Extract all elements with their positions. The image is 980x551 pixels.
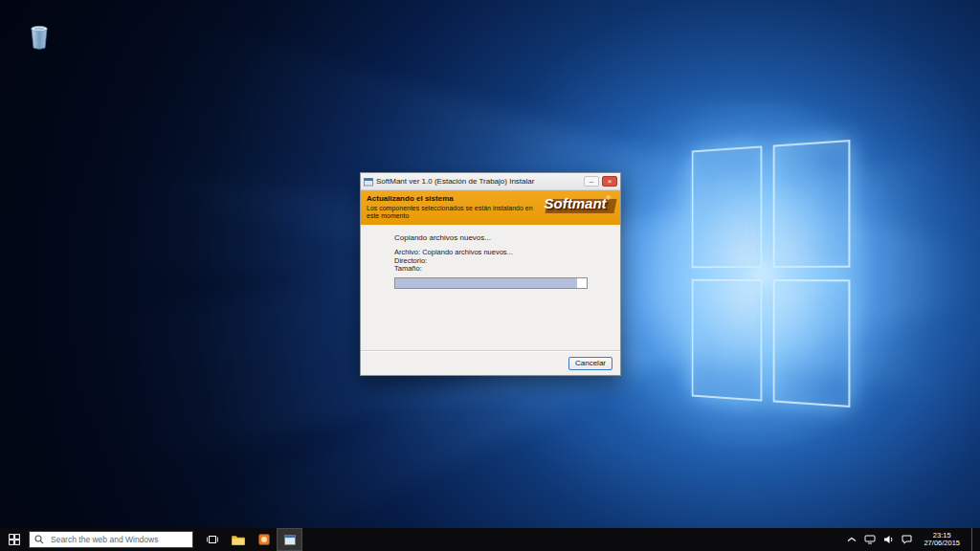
search-input[interactable] [49, 534, 188, 545]
taskbar-app-pinned[interactable] [251, 528, 277, 551]
network-icon [864, 535, 876, 544]
installer-window: SoftMant ver 1.0 (Estación de Trabajo) I… [360, 172, 621, 376]
size-label: Tamaño: [394, 265, 620, 274]
search-icon [34, 535, 44, 544]
taskbar-app-file-explorer[interactable] [225, 528, 251, 551]
task-view-icon [206, 534, 219, 545]
installer-window-icon [364, 177, 373, 187]
banner-subheading: Los componentes seleccionados se están i… [367, 205, 539, 220]
action-center-icon [902, 535, 912, 544]
status-text: Copiando archivos nuevos... [394, 233, 620, 242]
logo-pane [692, 145, 763, 268]
cancel-button[interactable]: Cancelar [568, 357, 612, 370]
windows-hero-logo [692, 140, 851, 408]
logo-pane [692, 279, 763, 402]
installer-footer: Cancelar [361, 350, 620, 375]
action-center-button[interactable] [902, 528, 912, 551]
window-titlebar[interactable]: SoftMant ver 1.0 (Estación de Trabajo) I… [361, 173, 620, 190]
window-title: SoftMant ver 1.0 (Estación de Trabajo) I… [376, 177, 581, 186]
softmant-logo: Softmant® [545, 195, 611, 212]
registered-mark: ® [607, 195, 611, 201]
clock-date: 27/06/2015 [924, 540, 960, 548]
directory-label: Directorio: [394, 257, 620, 266]
progress-fill [395, 278, 577, 288]
pinned-app-icon [258, 534, 270, 545]
chevron-up-icon [847, 537, 857, 542]
windows-start-icon [9, 534, 20, 545]
taskbar: 23:15 27/06/2015 [0, 528, 980, 551]
tray-overflow-button[interactable] [847, 528, 857, 551]
logo-pane [773, 279, 851, 408]
show-desktop-button[interactable] [971, 528, 977, 551]
logo-pane [773, 140, 851, 268]
progress-bar [394, 277, 588, 289]
start-button[interactable] [0, 528, 29, 551]
trash-bin-glyph [28, 22, 51, 51]
volume-icon [883, 535, 894, 544]
taskbar-search-box[interactable] [29, 531, 193, 548]
recycle-bin-icon[interactable] [25, 19, 54, 54]
file-explorer-icon [232, 535, 245, 545]
logo-text: Softmant [545, 195, 607, 211]
close-button[interactable]: × [602, 176, 617, 187]
taskbar-app-installer[interactable] [277, 528, 302, 551]
volume-control[interactable] [883, 528, 894, 551]
file-label: Archivo: Copiando archivos nuevos... [394, 249, 620, 257]
taskbar-clock[interactable]: 23:15 27/06/2015 [920, 532, 964, 548]
installer-app-icon [284, 535, 296, 545]
installer-banner: Actualizando el sistema Los componentes … [361, 190, 620, 225]
task-view-button[interactable] [199, 528, 225, 551]
network-status[interactable] [864, 528, 876, 551]
installer-body: Copiando archivos nuevos... Archivo: Cop… [361, 225, 620, 350]
system-tray: 23:15 27/06/2015 [847, 528, 980, 551]
minimize-button[interactable]: – [584, 176, 599, 187]
